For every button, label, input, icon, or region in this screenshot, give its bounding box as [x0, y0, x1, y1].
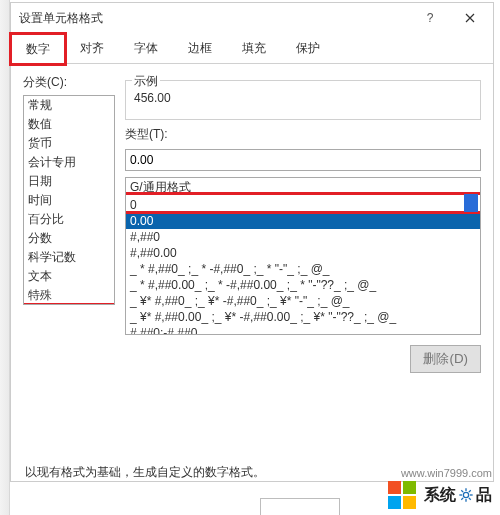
left-panel: 分类(C): 常规 数值 货币 会计专用 日期 时间 百分比 分数 科学记数 文…	[23, 74, 115, 448]
tab-number[interactable]: 数字	[11, 34, 65, 64]
fmt-0[interactable]: 0	[126, 197, 480, 213]
cat-general[interactable]: 常规	[24, 96, 114, 115]
cat-date[interactable]: 日期	[24, 172, 114, 191]
close-icon	[465, 13, 475, 23]
fmt-neg1[interactable]: #,##0;-#,##0	[126, 325, 480, 335]
watermark-url: www.win7999.com	[401, 467, 492, 479]
svg-line-8	[469, 490, 471, 492]
site-text-b: 品	[476, 485, 492, 506]
cat-currency[interactable]: 货币	[24, 134, 114, 153]
fmt-acc2[interactable]: _ * #,##0.00_ ;_ * -#,##0.00_ ;_ * "-"??…	[126, 277, 480, 293]
button-row: 删除(D)	[125, 341, 481, 373]
cat-accounting[interactable]: 会计专用	[24, 153, 114, 172]
close-button[interactable]	[455, 6, 485, 30]
fmt-general[interactable]: G/通用格式	[126, 178, 480, 197]
window-buttons: ?	[415, 6, 485, 30]
cat-percentage[interactable]: 百分比	[24, 210, 114, 229]
fmt-thous2[interactable]: #,##0.00	[126, 245, 480, 261]
delete-button[interactable]: 删除(D)	[410, 345, 481, 373]
fmt-acc1[interactable]: _ * #,##0_ ;_ * -#,##0_ ;_ * "-"_ ;_ @_	[126, 261, 480, 277]
fmt-acc4[interactable]: _ ¥* #,##0.00_ ;_ ¥* -#,##0.00_ ;_ ¥* "-…	[126, 309, 480, 325]
svg-line-5	[461, 490, 463, 492]
svg-line-6	[469, 498, 471, 500]
worksheet-left-edge	[0, 0, 10, 515]
titlebar: 设置单元格格式 ?	[11, 3, 493, 33]
category-label: 分类(C):	[23, 74, 115, 91]
fmt-thous[interactable]: #,##0	[126, 229, 480, 245]
sample-value: 456.00	[134, 91, 472, 105]
type-input[interactable]	[125, 149, 481, 171]
tab-alignment[interactable]: 对齐	[65, 33, 119, 63]
cat-fraction[interactable]: 分数	[24, 229, 114, 248]
ok-button-cropped[interactable]	[260, 498, 340, 515]
tab-fill[interactable]: 填充	[227, 33, 281, 63]
sample-label: 示例	[132, 73, 160, 90]
dialog-body: 分类(C): 常规 数值 货币 会计专用 日期 时间 百分比 分数 科学记数 文…	[11, 64, 493, 454]
svg-line-7	[461, 498, 463, 500]
dialog-title: 设置单元格格式	[19, 10, 415, 27]
tab-font[interactable]: 字体	[119, 33, 173, 63]
tab-border[interactable]: 边框	[173, 33, 227, 63]
tab-protection[interactable]: 保护	[281, 33, 335, 63]
fmt-acc3[interactable]: _ ¥* #,##0_ ;_ ¥* -#,##0_ ;_ ¥* "-"_ ;_ …	[126, 293, 480, 309]
type-label: 类型(T):	[125, 126, 481, 143]
help-button[interactable]: ?	[415, 6, 445, 30]
cat-text[interactable]: 文本	[24, 267, 114, 286]
microsoft-logo-icon	[388, 481, 416, 509]
format-list[interactable]: G/通用格式 0 0.00 #,##0 #,##0.00 _ * #,##0_ …	[125, 177, 481, 335]
gear-icon	[458, 487, 474, 503]
site-watermark: 系统 品	[388, 481, 492, 509]
site-name: 系统 品	[424, 485, 492, 506]
cat-special[interactable]: 特殊	[24, 286, 114, 305]
cat-number[interactable]: 数值	[24, 115, 114, 134]
site-text-a: 系统	[424, 485, 456, 506]
sample-box: 示例 456.00	[125, 80, 481, 120]
svg-point-0	[463, 492, 468, 497]
right-panel: 示例 456.00 类型(T): G/通用格式 0 0.00 #,##0 #,#…	[125, 74, 481, 448]
tab-bar: 数字 对齐 字体 边框 填充 保护	[11, 33, 493, 64]
cat-time[interactable]: 时间	[24, 191, 114, 210]
category-list[interactable]: 常规 数值 货币 会计专用 日期 时间 百分比 分数 科学记数 文本 特殊 自定…	[23, 95, 115, 305]
cat-scientific[interactable]: 科学记数	[24, 248, 114, 267]
fmt-0-00[interactable]: 0.00	[126, 213, 480, 229]
format-cells-dialog: 设置单元格格式 ? 数字 对齐 字体 边框 填充 保护 分类(C): 常规 数值…	[10, 2, 494, 482]
